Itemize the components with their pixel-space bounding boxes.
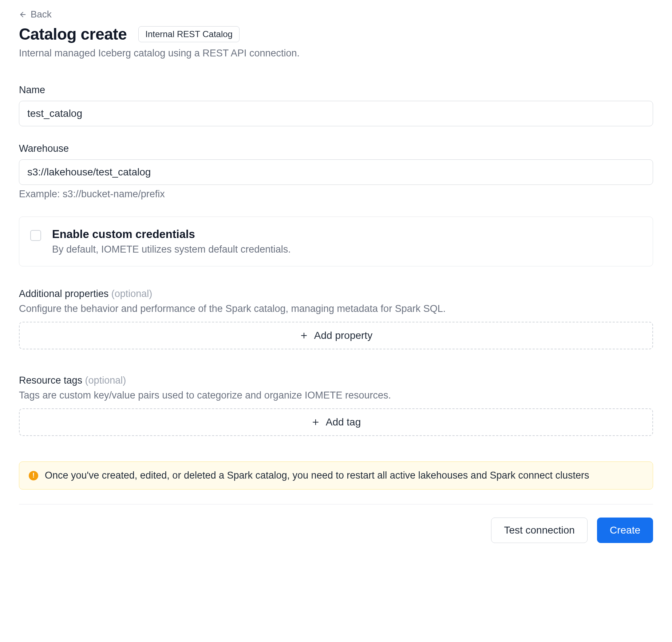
warehouse-input[interactable] <box>19 159 653 185</box>
back-link[interactable]: Back <box>19 9 52 20</box>
add-property-button[interactable]: Add property <box>19 322 653 349</box>
name-input[interactable] <box>19 101 653 126</box>
enable-credentials-checkbox[interactable] <box>30 230 41 241</box>
additional-properties-description: Configure the behavior and performance o… <box>19 303 653 314</box>
footer-divider <box>19 504 653 504</box>
restart-alert: ! Once you've created, edited, or delete… <box>19 461 653 490</box>
alert-text: Once you've created, edited, or deleted … <box>45 470 589 481</box>
warehouse-label: Warehouse <box>19 143 653 154</box>
warehouse-help: Example: s3://bucket-name/prefix <box>19 189 653 200</box>
create-button[interactable]: Create <box>597 518 653 543</box>
test-connection-button[interactable]: Test connection <box>491 518 588 543</box>
page-title: Catalog create <box>19 25 127 43</box>
plus-icon <box>300 331 308 340</box>
back-label: Back <box>31 9 52 20</box>
credentials-title: Enable custom credentials <box>52 228 291 241</box>
credentials-card: Enable custom credentials By default, IO… <box>19 217 653 266</box>
catalog-type-badge: Internal REST Catalog <box>138 26 240 42</box>
plus-icon <box>311 418 320 427</box>
resource-tags-label: Resource tags (optional) <box>19 375 653 386</box>
additional-properties-label: Additional properties (optional) <box>19 288 653 300</box>
resource-tags-description: Tags are custom key/value pairs used to … <box>19 390 653 401</box>
warning-icon: ! <box>29 471 38 480</box>
arrow-left-icon <box>19 11 27 19</box>
credentials-description: By default, IOMETE utilizes system defau… <box>52 244 291 255</box>
add-tag-button[interactable]: Add tag <box>19 408 653 436</box>
page-subtitle: Internal managed Iceberg catalog using a… <box>19 48 653 59</box>
name-label: Name <box>19 84 653 96</box>
